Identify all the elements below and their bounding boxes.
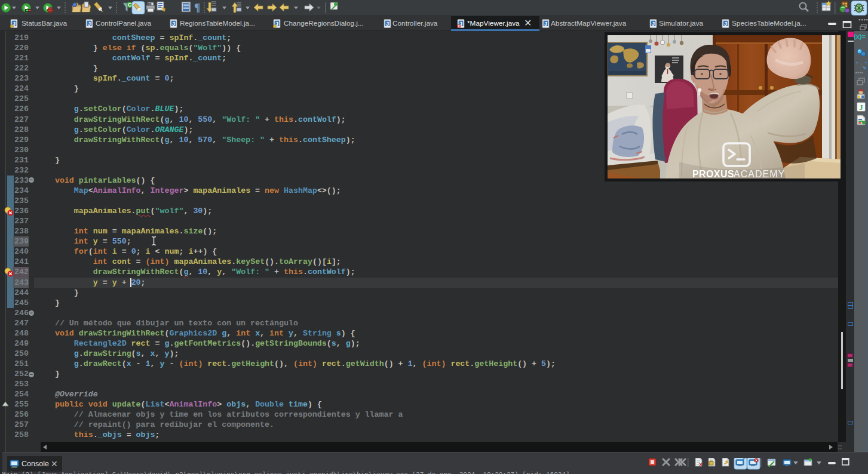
svg-text:J: J [724,21,727,27]
svg-text:ACADEMY: ACADEMY [734,169,785,178]
svg-text:J: J [172,21,175,27]
svg-text:¶: ¶ [194,1,200,14]
svg-text:x: x [458,24,460,28]
svg-text:J: J [544,21,547,27]
svg-text:J: J [88,21,91,27]
svg-text:PROXUS: PROXUS [692,169,734,178]
svg-text:C: C [128,2,131,8]
svg-text:J: J [652,21,655,27]
svg-text:J: J [386,21,389,27]
svg-text:J: J [860,103,863,112]
